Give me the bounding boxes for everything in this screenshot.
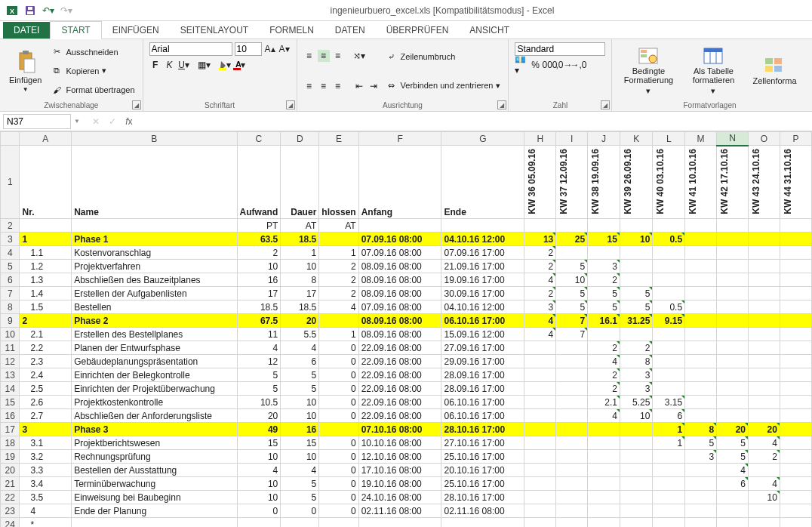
cell-H21[interactable]	[524, 477, 556, 491]
cell-N21[interactable]: 6	[717, 477, 749, 491]
cell-I16[interactable]	[556, 409, 588, 423]
cell-K6[interactable]	[620, 273, 652, 287]
cell-M10[interactable]	[685, 328, 717, 341]
cell-I7[interactable]: 5	[556, 287, 588, 300]
cell-H13[interactable]	[524, 368, 556, 382]
col-header-F[interactable]: F	[358, 132, 441, 146]
cell-P9[interactable]	[780, 314, 811, 328]
cell-H12[interactable]	[524, 355, 556, 368]
cell-M17[interactable]: 8	[685, 423, 717, 436]
cell-N6[interactable]	[717, 273, 749, 287]
cell-B5[interactable]: Projektverfahren	[72, 260, 237, 273]
cell-E12[interactable]: 0	[319, 355, 358, 368]
number-dialog-launcher[interactable]: ◢	[601, 100, 610, 109]
align-middle-icon[interactable]: ≡	[318, 50, 330, 62]
cell-N9[interactable]	[717, 314, 749, 328]
cell-O24[interactable]	[749, 518, 780, 527]
cell-N20[interactable]: 4	[717, 464, 749, 477]
cell-O15[interactable]	[749, 396, 780, 409]
cell-D22[interactable]: 5	[281, 491, 319, 504]
cell-C9[interactable]: 67.5	[237, 314, 281, 328]
cell-E19[interactable]: 0	[319, 450, 358, 464]
cell-P19[interactable]	[780, 450, 811, 464]
border-button[interactable]: ▦▾	[198, 59, 211, 71]
cell-J22[interactable]	[588, 491, 620, 504]
cell-D14[interactable]: 5	[281, 382, 319, 396]
cell-J21[interactable]	[588, 477, 620, 491]
cell-D16[interactable]: 10	[281, 409, 319, 423]
cell-P12[interactable]	[780, 355, 811, 368]
cell-B18[interactable]: Projektberichtswesen	[72, 436, 237, 450]
cell-D11[interactable]: 4	[281, 341, 319, 355]
cell-J11[interactable]: 2	[588, 341, 620, 355]
cell-C23[interactable]: 0	[237, 504, 281, 518]
cell-N11[interactable]	[717, 341, 749, 355]
cell-F12[interactable]: 22.09.16 08:00	[358, 355, 441, 368]
tab-daten[interactable]: DATEN	[324, 22, 376, 39]
cell-J6[interactable]: 2	[588, 273, 620, 287]
cell-J5[interactable]: 3	[588, 260, 620, 273]
cell-G7[interactable]: 30.09.16 17:00	[441, 287, 524, 300]
cell-N12[interactable]	[717, 355, 749, 368]
thousands-icon[interactable]: 000	[543, 59, 555, 71]
cell-O8[interactable]	[749, 300, 780, 314]
header-cell[interactable]: KW 43 24.10.16	[749, 146, 780, 219]
cell-O9[interactable]	[749, 314, 780, 328]
cell-E16[interactable]: 0	[319, 409, 358, 423]
cell-H23[interactable]	[524, 504, 556, 518]
cell-B21[interactable]: Terminüberwachung	[72, 477, 237, 491]
cell-M7[interactable]	[685, 287, 717, 300]
header-cell[interactable]: hlossen	[319, 146, 358, 219]
cell-N10[interactable]	[717, 328, 749, 341]
number-format-select[interactable]	[515, 42, 605, 56]
italic-button[interactable]: K	[164, 59, 176, 71]
cell-A8[interactable]: 1.5	[20, 300, 72, 314]
cell-L9[interactable]: 9.15	[653, 314, 685, 328]
clipboard-dialog-launcher[interactable]: ◢	[132, 100, 141, 109]
orientation-icon[interactable]: ⤭▾	[353, 50, 365, 62]
cell-K23[interactable]	[620, 504, 652, 518]
cell-K20[interactable]	[620, 464, 652, 477]
cell-J12[interactable]: 4	[588, 355, 620, 368]
row-header-9[interactable]: 9	[1, 314, 20, 328]
cell-C11[interactable]: 4	[237, 341, 281, 355]
cell-C24[interactable]	[237, 518, 281, 527]
cell-G9[interactable]: 06.10.16 17:00	[441, 314, 524, 328]
cell-K9[interactable]: 31.25	[620, 314, 652, 328]
cell-A13[interactable]: 2.4	[20, 368, 72, 382]
cell-G13[interactable]: 28.09.16 17:00	[441, 368, 524, 382]
cell-J4[interactable]	[588, 246, 620, 260]
cell-H7[interactable]: 2	[524, 287, 556, 300]
cell-P14[interactable]	[780, 382, 811, 396]
cell-K13[interactable]: 3	[620, 368, 652, 382]
cell-I11[interactable]	[556, 341, 588, 355]
cell-D3[interactable]: 18.5	[281, 233, 319, 246]
cell-O20[interactable]	[749, 464, 780, 477]
cell-O17[interactable]: 20	[749, 423, 780, 436]
cell-I15[interactable]	[556, 396, 588, 409]
cell-G10[interactable]: 15.09.16 12:00	[441, 328, 524, 341]
row-header-2[interactable]: 2	[1, 219, 20, 233]
cell-A7[interactable]: 1.4	[20, 287, 72, 300]
cell-D12[interactable]: 6	[281, 355, 319, 368]
cell-J9[interactable]: 16.1	[588, 314, 620, 328]
cell-G22[interactable]: 28.10.16 17:00	[441, 491, 524, 504]
header-cell[interactable]: Ende	[441, 146, 524, 219]
cell-M19[interactable]: 3	[685, 450, 717, 464]
cell-G20[interactable]: 20.10.16 17:00	[441, 464, 524, 477]
cell-J24[interactable]	[588, 518, 620, 527]
unit-cell[interactable]: PT	[237, 219, 281, 233]
row-header-8[interactable]: 8	[1, 300, 20, 314]
unit-cell[interactable]	[749, 219, 780, 233]
cell-M21[interactable]	[685, 477, 717, 491]
row-header-13[interactable]: 13	[1, 368, 20, 382]
cell-F13[interactable]: 22.09.16 08:00	[358, 368, 441, 382]
row-header-14[interactable]: 14	[1, 382, 20, 396]
cell-H22[interactable]	[524, 491, 556, 504]
font-dialog-launcher[interactable]: ◢	[286, 100, 295, 109]
cell-M18[interactable]: 5	[685, 436, 717, 450]
cell-G3[interactable]: 04.10.16 12:00	[441, 233, 524, 246]
cell-L21[interactable]	[653, 477, 685, 491]
cell-G6[interactable]: 19.09.16 17:00	[441, 273, 524, 287]
cell-P22[interactable]	[780, 491, 811, 504]
